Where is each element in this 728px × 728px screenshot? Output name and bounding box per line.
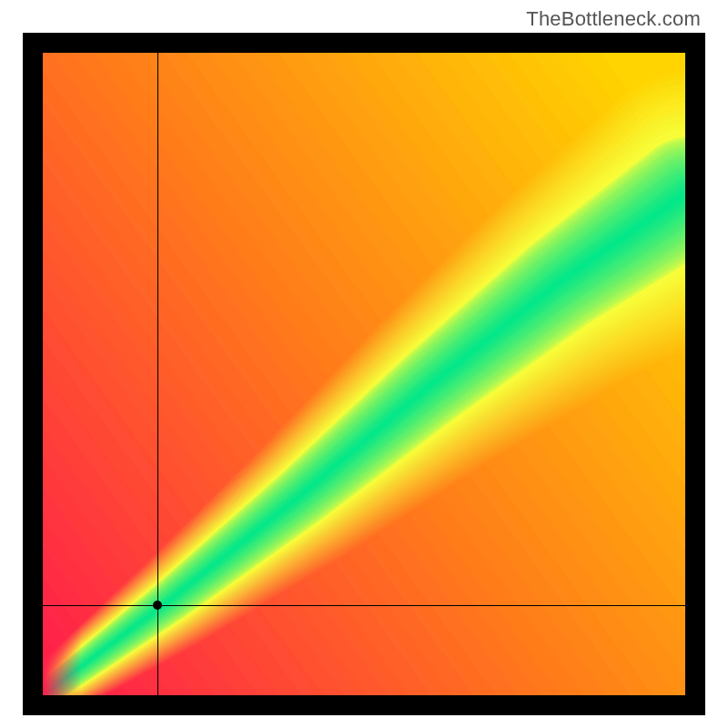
- heatmap-plot: [43, 53, 685, 695]
- heatmap-canvas: [43, 53, 685, 695]
- chart-frame: [23, 33, 705, 715]
- attribution-label: TheBottleneck.com: [526, 7, 701, 31]
